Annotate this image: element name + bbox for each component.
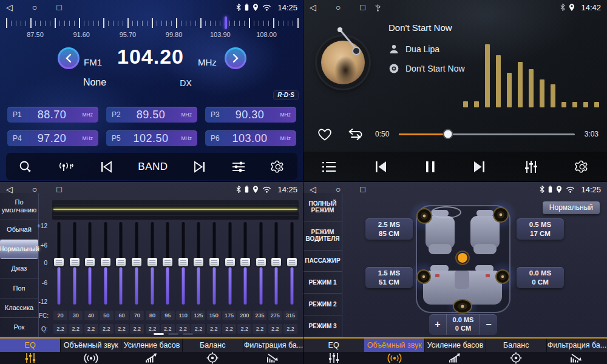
fc-value[interactable]: 235 [253, 311, 266, 320]
subwoofer-speaker[interactable] [453, 300, 472, 313]
fc-value[interactable]: 30 [69, 311, 83, 320]
slider-handle[interactable] [287, 258, 297, 266]
tab-icon-3[interactable] [121, 352, 182, 363]
tab-3[interactable]: Усиление басов [121, 339, 181, 352]
fc-value[interactable]: 20 [53, 311, 67, 320]
tab-icon-2[interactable] [364, 353, 425, 363]
band-button[interactable]: BAND [138, 161, 168, 173]
slider-handle[interactable] [256, 258, 266, 266]
home-icon[interactable]: ○ [336, 182, 341, 197]
band-slider-3[interactable] [84, 221, 95, 307]
preset-button-p5[interactable]: P5102.50MHz [106, 130, 197, 146]
recents-icon[interactable]: □ [56, 0, 61, 15]
slider-handle[interactable] [163, 258, 172, 266]
rear-right-delay-value[interactable]: 0.0 MS 0 CM [517, 267, 564, 288]
next-station-button[interactable] [192, 160, 207, 174]
settings-button[interactable] [271, 160, 285, 174]
eq-preset-5[interactable]: Поп [0, 278, 38, 298]
tab-4[interactable]: Баланс [486, 339, 546, 352]
seek-handle[interactable] [444, 130, 452, 138]
delay-increase-button[interactable]: + [429, 314, 446, 335]
previous-track-button[interactable] [373, 160, 388, 174]
fc-value[interactable]: 275 [268, 311, 282, 320]
q-value[interactable]: 2.2 [253, 324, 266, 334]
settings-button[interactable] [575, 160, 589, 174]
eq-preset-1[interactable]: По умолчанию [0, 193, 38, 220]
equalizer-button[interactable] [523, 160, 539, 174]
home-icon[interactable]: ○ [32, 0, 37, 15]
tab-icon-4[interactable] [182, 352, 243, 364]
band-slider-6[interactable] [131, 221, 142, 307]
tab-2[interactable]: Объёмный звук [60, 339, 121, 352]
band-slider-2[interactable] [69, 221, 80, 307]
q-value[interactable]: 2.2 [53, 324, 67, 334]
slider-handle[interactable] [240, 258, 250, 266]
next-track-button[interactable] [472, 160, 487, 174]
pause-button[interactable] [424, 160, 436, 174]
band-slider-4[interactable] [100, 221, 111, 307]
favorite-button[interactable] [317, 127, 333, 141]
fc-value[interactable]: 70 [130, 311, 144, 320]
q-value[interactable]: 2.2 [222, 324, 236, 334]
eq-preset-4[interactable]: Джаз [0, 259, 38, 278]
slider-handle[interactable] [209, 258, 219, 266]
front-left-speaker[interactable] [417, 209, 432, 223]
preset-button-p2[interactable]: P289.50MHz [106, 107, 197, 123]
tab-4[interactable]: Баланс [182, 339, 243, 352]
broadcast-button[interactable] [58, 160, 75, 174]
seek-bar[interactable] [399, 133, 574, 135]
band-slider-16[interactable] [287, 221, 297, 307]
tab-5[interactable]: Фильтрация ба... [243, 339, 304, 352]
mode-1[interactable]: ПОЛНЫЙ РЕЖИМ [304, 193, 342, 221]
q-value[interactable]: 2.2 [84, 324, 98, 334]
fc-value[interactable]: 150 [207, 311, 221, 320]
tab-3[interactable]: Усиление басов [424, 339, 485, 352]
fc-value[interactable]: 80 [146, 311, 160, 320]
eq-preset-2[interactable]: Обычай [0, 220, 38, 240]
delay-decrease-button[interactable]: − [480, 314, 497, 335]
tune-down-button[interactable] [58, 47, 80, 69]
rear-right-speaker[interactable] [496, 270, 509, 283]
band-slider-11[interactable] [209, 221, 220, 307]
tab-icon-5[interactable] [546, 352, 607, 363]
radio-frequency-scale[interactable]: 87.5091.6095.7099.80103.90108.00 [0, 16, 304, 41]
fc-value[interactable]: 315 [283, 311, 297, 320]
slider-handle[interactable] [101, 258, 110, 266]
eq-page-indicator[interactable] [154, 333, 193, 335]
preset-button-p3[interactable]: P390.30MHz [205, 107, 296, 123]
fc-value[interactable]: 60 [115, 311, 129, 320]
rear-left-delay-value[interactable]: 1.5 MS 51 CM [365, 267, 413, 288]
q-value[interactable]: 2.2 [191, 324, 205, 334]
slider-handle[interactable] [194, 258, 203, 266]
q-value[interactable]: 2.2 [146, 324, 160, 334]
listening-position-dot[interactable] [458, 253, 467, 263]
scan-button[interactable] [18, 160, 33, 174]
eq-preset-3[interactable]: Нормальный [0, 240, 38, 259]
slider-handle[interactable] [85, 258, 95, 266]
tuner-settings-button[interactable] [231, 160, 246, 174]
fc-value[interactable]: 50 [100, 311, 114, 320]
q-value[interactable]: 2.2 [100, 324, 114, 334]
mode-2[interactable]: РЕЖИМ ВОДИТЕЛЯ [304, 221, 342, 250]
fc-value[interactable]: 200 [237, 311, 251, 320]
back-icon[interactable]: ◁ [6, 0, 13, 15]
recents-icon[interactable]: □ [360, 0, 365, 15]
tab-icon-1[interactable] [304, 352, 364, 363]
fc-value[interactable]: 125 [191, 311, 205, 320]
tab-2[interactable]: Объёмный звук [364, 339, 424, 352]
band-slider-15[interactable] [271, 221, 282, 307]
tab-icon-3[interactable] [425, 352, 486, 363]
rear-left-speaker[interactable] [417, 270, 430, 283]
mode-6[interactable]: РЕЖИМ 3 [304, 315, 342, 337]
slider-handle[interactable] [70, 258, 80, 266]
back-icon[interactable]: ◁ [6, 182, 13, 197]
front-right-delay-value[interactable]: 0.5 MS 17 CM [517, 218, 564, 240]
band-slider-7[interactable] [147, 221, 158, 307]
dx-mode-indicator[interactable]: DX [176, 78, 195, 88]
preset-button-p4[interactable]: P497.20MHz [7, 130, 98, 146]
q-value[interactable]: 2.2 [268, 324, 282, 334]
band-slider-8[interactable] [162, 221, 173, 307]
band-slider-10[interactable] [193, 221, 204, 307]
preset-button-p1[interactable]: P188.70MHz [7, 107, 98, 123]
eq-preset-7[interactable]: Рок [0, 318, 38, 337]
